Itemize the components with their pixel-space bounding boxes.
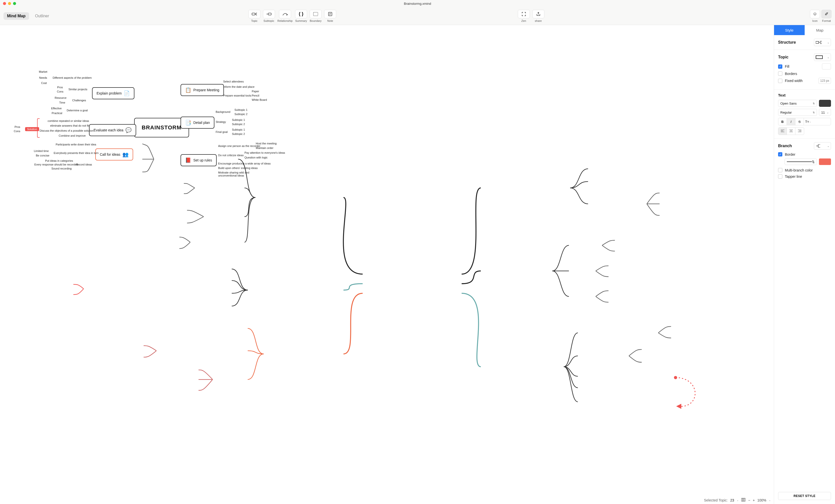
leaf[interactable]: Cons	[14, 129, 20, 133]
multi-branch-checkbox[interactable]	[778, 168, 782, 172]
subtopic[interactable]: Encourage producing a wide array of idea…	[218, 162, 270, 165]
leaf[interactable]: Cost	[41, 81, 47, 84]
subtopic[interactable]: Motivate sharing wild and unconventional…	[218, 171, 258, 177]
subtopic[interactable]: Determine a goal	[67, 109, 88, 112]
subtopic[interactable]: Prepare essential tools	[223, 94, 251, 97]
subtopic[interactable]: Record ideas	[76, 163, 92, 166]
leaf[interactable]: Pros	[57, 86, 63, 89]
map-overview-icon[interactable]	[741, 498, 746, 503]
leaf[interactable]: Every response should be recorded	[34, 163, 78, 166]
leaf[interactable]: Host the meeting	[256, 142, 277, 145]
format-button[interactable]: ✐	[821, 10, 832, 18]
topic-shape-picker[interactable]: ⌄	[814, 54, 831, 61]
zoom-window-button[interactable]	[13, 2, 16, 5]
tab-mindmap[interactable]: Mind Map	[3, 12, 29, 20]
topic-button[interactable]	[248, 10, 260, 18]
leaf[interactable]: Subtopic 2	[232, 123, 245, 126]
panel-tab-style[interactable]: Style	[774, 25, 805, 35]
node-explain-problem[interactable]: Explain problem 📄	[92, 87, 135, 99]
reset-style-button[interactable]: RESET STYLE	[778, 492, 831, 500]
font-weight-select[interactable]: Regular⇅	[778, 109, 817, 116]
mindmap-canvas[interactable]: BRAINSTORM Explain problem 📄 Evaluate ea…	[0, 25, 774, 504]
zoom-out-button[interactable]: −	[748, 498, 750, 502]
leaf[interactable]: Sound recording	[52, 167, 72, 170]
fill-checkbox[interactable]: ✓	[778, 64, 782, 69]
leaf[interactable]: Limited time	[34, 149, 49, 153]
align-right-button[interactable]	[795, 128, 804, 135]
leaf[interactable]: Subtopic 2	[232, 133, 245, 135]
text-case-button[interactable]: Tᴛ ⌄	[804, 118, 812, 125]
leaf[interactable]: Market	[39, 70, 47, 73]
leaf[interactable]: Put ideas in categories	[45, 159, 73, 162]
leaf[interactable]: Subtopic 1	[232, 118, 245, 121]
zoom-in-button[interactable]: +	[753, 498, 755, 502]
leaf[interactable]: Paper	[252, 90, 259, 93]
structure-picker[interactable]: ⌄	[814, 39, 831, 46]
border-line-select[interactable]: ⇅	[785, 159, 817, 165]
leaf[interactable]: Question with logic	[244, 156, 268, 159]
boundary-button[interactable]	[310, 10, 322, 18]
panel-tab-map[interactable]: Map	[805, 25, 835, 35]
subtopic[interactable]: Participants write down their idea	[56, 143, 96, 146]
node-evaluate-each-idea[interactable]: Evaluate each idea 💬	[89, 124, 136, 136]
leaf[interactable]: Resource	[55, 96, 66, 99]
borders-checkbox[interactable]	[778, 72, 782, 76]
icon-picker-button[interactable]: ☺	[810, 10, 820, 18]
solution-tag[interactable]: Solution	[25, 127, 39, 131]
leaf[interactable]: Practical	[52, 112, 62, 115]
subtopic[interactable]: Everybody presents their idea in turn	[54, 152, 99, 155]
leaf[interactable]: Cons	[57, 90, 63, 93]
minimize-window-button[interactable]	[8, 2, 11, 5]
leaf[interactable]: Pencil	[252, 94, 259, 97]
border-color-swatch[interactable]	[819, 159, 831, 165]
align-left-button[interactable]	[778, 128, 787, 135]
tapper-line-checkbox[interactable]	[778, 174, 782, 179]
subtopic[interactable]: Build upon others' existing ideas	[218, 166, 258, 169]
subtopic[interactable]: Final goal	[216, 130, 228, 134]
subtopic[interactable]: Assign one person as the recorder	[218, 144, 260, 147]
leaf[interactable]: Subtopic 1	[235, 108, 247, 111]
border-checkbox[interactable]: ✓	[778, 152, 782, 157]
leaf[interactable]: Needs	[39, 76, 47, 79]
subtopic[interactable]: Different aspects of the problem	[53, 76, 92, 79]
subtopic[interactable]: eliminate answers that do not fit	[50, 124, 89, 127]
node-call-for-ideas[interactable]: Call for ideas 👥	[95, 148, 133, 160]
zen-button[interactable]	[518, 10, 530, 18]
italic-button[interactable]: I	[787, 118, 795, 125]
leaf[interactable]: Pay attention to everyone's ideas	[244, 151, 285, 154]
subtopic[interactable]: Combine and improve	[59, 134, 86, 137]
subtopic[interactable]: Strategy	[216, 120, 226, 123]
leaf[interactable]: Pros	[15, 125, 20, 128]
node-detail-plan[interactable]: 📑 Detail plan	[181, 117, 215, 129]
summary-button[interactable]: { }	[295, 10, 307, 18]
subtopic[interactable]: Do not criticize ideas	[218, 154, 244, 157]
close-window-button[interactable]	[3, 2, 6, 5]
selected-dropdown[interactable]: ⌄	[737, 499, 739, 502]
subtopic[interactable]: Background	[216, 110, 230, 113]
subtopic-button[interactable]	[263, 10, 275, 18]
fixed-width-checkbox[interactable]	[778, 79, 782, 83]
subtopic[interactable]: combine repeated or similar ideas	[48, 119, 89, 122]
fixed-width-input[interactable]	[818, 78, 831, 84]
tab-outliner[interactable]: Outliner	[32, 12, 53, 20]
subtopic[interactable]: Discuss the objectives of a possible sol…	[40, 129, 94, 132]
leaf[interactable]: Subtopic 1	[232, 128, 245, 131]
leaf[interactable]: Be concise	[36, 154, 49, 157]
subtopic[interactable]: Challenges	[72, 99, 86, 102]
leaf[interactable]: Subtopic 2	[235, 113, 247, 116]
subtopic[interactable]: Similar projects	[68, 88, 87, 91]
align-center-button[interactable]	[787, 128, 795, 135]
fill-color-swatch[interactable]	[822, 63, 831, 69]
font-family-select[interactable]: Open Sans⇅	[778, 100, 817, 107]
subtopic[interactable]: Select attendees	[223, 80, 244, 83]
note-button[interactable]	[324, 10, 336, 18]
font-size-select[interactable]: 11⌄	[819, 109, 831, 116]
leaf[interactable]: White Board	[252, 98, 267, 101]
subtopic[interactable]: Inform the date and place	[223, 85, 254, 88]
leaf[interactable]: Time	[59, 101, 65, 104]
leaf[interactable]: Effective	[51, 107, 62, 110]
share-button[interactable]	[532, 10, 544, 18]
strike-button[interactable]: S	[795, 118, 804, 125]
zoom-dropdown[interactable]: ⌄	[769, 499, 771, 502]
text-color-swatch[interactable]	[819, 100, 831, 107]
